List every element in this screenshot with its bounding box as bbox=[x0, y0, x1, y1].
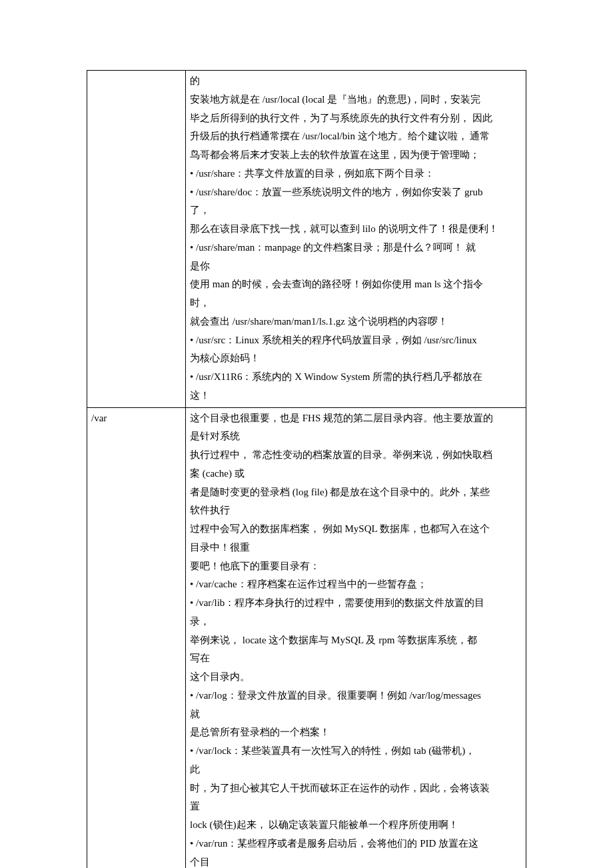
description-line: 软件执行 bbox=[190, 501, 522, 520]
description-line: 要吧！他底下的重要目录有： bbox=[190, 557, 522, 576]
document-page: 的安装地方就是在 /usr/local (local 是『当地』的意思)，同时，… bbox=[0, 0, 613, 868]
description-line: 时， bbox=[190, 294, 522, 313]
description-line: 使用 man 的时候，会去查询的路径呀！例如你使用 man ls 这个指令 bbox=[190, 275, 522, 294]
description-line: 就 bbox=[190, 705, 522, 724]
description-line: 是你 bbox=[190, 257, 522, 276]
description-line: • /usr/X11R6：系统内的 X Window System 所需的执行档… bbox=[190, 368, 522, 387]
description-line: • /var/run：某些程序或者是服务启动后，会将他们的 PID 放置在这 bbox=[190, 835, 522, 853]
description-line: • /var/cache：程序档案在运作过程当中的一些暂存盘； bbox=[190, 575, 522, 594]
description-line: 那么在该目录底下找一找，就可以查到 lilo 的说明文件了！很是便利！ bbox=[190, 220, 522, 239]
description-line: 此 bbox=[190, 761, 522, 779]
description-line: 是总管所有登录档的一个档案！ bbox=[190, 723, 522, 742]
description-line: 举例来说， locate 这个数据库与 MySQL 及 rpm 等数据库系统，都 bbox=[190, 631, 522, 650]
description-line: 置 bbox=[190, 797, 522, 816]
description-line: 为核心原始码！ bbox=[190, 349, 522, 368]
description-line: 这个目录也很重要，也是 FHS 规范的第二层目录内容。他主要放置的 bbox=[190, 409, 522, 428]
description-line: 鸟哥都会将后来才安装上去的软件放置在这里，因为便于管理呦； bbox=[190, 146, 522, 165]
description-line: 的 bbox=[190, 72, 522, 91]
description-line: 安装地方就是在 /usr/local (local 是『当地』的意思)，同时，安… bbox=[190, 91, 522, 109]
directory-table: 的安装地方就是在 /usr/local (local 是『当地』的意思)，同时，… bbox=[87, 70, 526, 868]
description-line: 这个目录内。 bbox=[190, 668, 522, 687]
description-line: • /usr/share/man：manpage 的文件档案目录；那是什么？呵呵… bbox=[190, 239, 522, 257]
description-line: 录， bbox=[190, 613, 522, 631]
description-line: • /var/log：登录文件放置的目录。很重要啊！例如 /var/log/me… bbox=[190, 687, 522, 705]
description-line: 时，为了担心被其它人干扰而破坏正在运作的动作，因此，会将该装 bbox=[190, 779, 522, 798]
description-line: 了， bbox=[190, 201, 522, 220]
description-line: • /usr/share：共享文件放置的目录，例如底下两个目录： bbox=[190, 165, 522, 183]
description-line: lock (锁住)起来， 以确定该装置只能被单一个程序所使用啊！ bbox=[190, 816, 522, 835]
description-line: 就会查出 /usr/share/man/man1/ls.1.gz 这个说明档的内… bbox=[190, 313, 522, 331]
directory-name-cell: /var bbox=[87, 407, 186, 868]
description-line: 这！ bbox=[190, 387, 522, 405]
description-line: 是针对系统 bbox=[190, 427, 522, 446]
table-row: 的安装地方就是在 /usr/local (local 是『当地』的意思)，同时，… bbox=[87, 71, 526, 408]
description-line: • /var/lock：某些装置具有一次性写入的特性，例如 tab (磁带机)， bbox=[190, 742, 522, 761]
description-line: 个目 bbox=[190, 853, 522, 869]
table-row: /var这个目录也很重要，也是 FHS 规范的第二层目录内容。他主要放置的是针对… bbox=[87, 407, 526, 868]
description-line: 升级后的执行档通常摆在 /usr/local/bin 这个地方。给个建议啦， 通… bbox=[190, 127, 522, 146]
description-line: 目录中！很重 bbox=[190, 539, 522, 557]
directory-description-cell: 的安装地方就是在 /usr/local (local 是『当地』的意思)，同时，… bbox=[186, 71, 526, 408]
description-line: • /usr/share/doc：放置一些系统说明文件的地方，例如你安装了 gr… bbox=[190, 183, 522, 202]
description-line: 写在 bbox=[190, 649, 522, 668]
directory-name-cell bbox=[87, 71, 186, 408]
description-line: 毕之后所得到的执行文件，为了与系统原先的执行文件有分别， 因此 bbox=[190, 109, 522, 128]
description-line: 过程中会写入的数据库档案， 例如 MySQL 数据库，也都写入在这个 bbox=[190, 520, 522, 539]
description-line: 案 (cache) 或 bbox=[190, 465, 522, 483]
directory-description-cell: 这个目录也很重要，也是 FHS 规范的第二层目录内容。他主要放置的是针对系统执行… bbox=[186, 407, 526, 868]
description-line: • /usr/src：Linux 系统相关的程序代码放置目录，例如 /usr/s… bbox=[190, 331, 522, 350]
description-line: 执行过程中， 常态性变动的档案放置的目录。举例来说，例如快取档 bbox=[190, 446, 522, 465]
description-line: 者是随时变更的登录档 (log file) 都是放在这个目录中的。此外，某些 bbox=[190, 483, 522, 502]
description-line: • /var/lib：程序本身执行的过程中，需要使用到的数据文件放置的目 bbox=[190, 594, 522, 613]
